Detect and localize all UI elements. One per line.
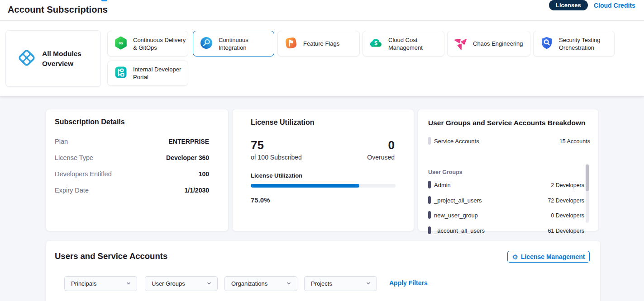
page-title: Account Subscriptions: [8, 5, 108, 15]
subscription-details-card: Subscription Details Plan ENTERPRISE Lic…: [46, 109, 229, 231]
row-label: _account_all_users: [434, 227, 485, 234]
license-management-button[interactable]: ⚙ License Management: [507, 251, 590, 263]
utilization-percent: 75.0%: [251, 196, 270, 204]
row-value: 0 Developers: [551, 212, 584, 219]
all-modules-icon: [17, 48, 37, 70]
ci-icon: [199, 36, 214, 52]
license-utilization-title: License Utilization: [251, 118, 314, 127]
row-value: 61 Developers: [548, 228, 584, 234]
row-value: ENTERPRISE: [169, 138, 209, 145]
module-card-chaos-engineering[interactable]: Chaos Engineering: [447, 31, 530, 56]
utilization-progress-bar: [251, 184, 396, 188]
apply-filters-link[interactable]: Apply Filters: [389, 279, 428, 287]
utilization-bar-label: License Utilization: [251, 172, 302, 179]
used-count: 75: [251, 139, 264, 151]
module-label: Security Testing Orchestration: [559, 36, 612, 52]
module-card-internal-developer-portal[interactable]: Internal Developer Portal: [107, 61, 188, 86]
subscription-row-license-type: License Type Developer 360: [55, 154, 209, 162]
breakdown-title: User Groups and Service Accounts Breakdo…: [428, 119, 585, 127]
user-group-row: Admin 2 Developers: [428, 181, 584, 189]
user-group-row: new_user_group 0 Developers: [428, 211, 584, 219]
breakdown-card: User Groups and Service Accounts Breakdo…: [418, 109, 599, 231]
used-caption: of 100 Subscribed: [251, 154, 302, 161]
chevron-down-icon: [366, 280, 371, 288]
cd-gitops-icon: ∞: [114, 36, 128, 52]
subscription-details-title: Subscription Details: [55, 118, 125, 126]
row-label: new_user_group: [434, 212, 478, 219]
row-label: Developers Entitled: [55, 170, 112, 178]
all-modules-overview-card[interactable]: All Modules Overview: [5, 30, 101, 87]
page-header: Account Subscriptions Licenses Cloud Cre…: [0, 0, 644, 21]
module-selector-band: All Modules Overview ∞ Continuous Delive…: [0, 21, 644, 96]
row-value: 100: [199, 170, 209, 178]
module-card-feature-flags[interactable]: Feature Flags: [277, 31, 360, 56]
module-label: Feature Flags: [303, 40, 357, 47]
license-utilization-card: License Utilization 75 of 100 Subscribed…: [232, 109, 414, 231]
overused-count: 0: [388, 139, 395, 151]
row-label: Admin: [434, 182, 451, 188]
utilization-progress-fill: [251, 184, 359, 188]
account-subscriptions-page: Account Subscriptions Licenses Cloud Cre…: [0, 0, 644, 301]
subscription-row-plan: Plan ENTERPRISE: [55, 138, 209, 146]
row-label: License Type: [55, 154, 93, 161]
module-card-security-testing[interactable]: Security Testing Orchestration: [533, 31, 615, 56]
security-testing-icon: [539, 36, 554, 52]
service-accounts-marker: [428, 137, 431, 145]
svg-text:∞: ∞: [119, 39, 123, 46]
clipped-nav-indicator: [101, 0, 107, 1]
principals-dropdown[interactable]: Principals: [64, 276, 137, 291]
users-section-title: Users and Service Accounts: [55, 251, 167, 261]
license-management-label: License Management: [521, 253, 585, 260]
main-content: Subscription Details Plan ENTERPRISE Lic…: [0, 96, 644, 301]
row-value: 72 Developers: [548, 198, 584, 204]
module-label: Continuous Integration: [219, 36, 272, 52]
subscription-row-expiry-date: Expiry Date 1/1/2030: [55, 187, 209, 195]
projects-dropdown[interactable]: Projects: [304, 276, 377, 291]
user-groups-dropdown[interactable]: User Groups: [145, 276, 218, 291]
chaos-engineering-icon: [453, 36, 468, 52]
row-label: _project_all_users: [434, 197, 482, 204]
module-card-cloud-cost[interactable]: $ Cloud Cost Management: [363, 31, 444, 56]
row-value: 15 Accounts: [559, 138, 590, 145]
module-card-continuous-delivery[interactable]: ∞ Continuous Delivery & GitOps: [107, 31, 188, 56]
dropdown-label: Organizations: [231, 280, 286, 287]
module-label: Continuous Delivery & GitOps: [133, 36, 186, 52]
all-modules-overview-label: All Modules Overview: [42, 49, 87, 69]
internal-developer-portal-icon: [114, 65, 128, 81]
row-label: Service Accounts: [434, 138, 479, 145]
row-value: 1/1/2030: [185, 187, 210, 194]
user-group-row: _account_all_users 61 Developers: [428, 226, 584, 235]
user-group-marker: [428, 196, 431, 204]
chevron-down-icon: [126, 280, 131, 288]
user-group-marker: [428, 226, 431, 234]
user-group-row: _project_all_users 72 Developers: [428, 196, 584, 204]
dropdown-label: Principals: [71, 280, 126, 287]
module-label: Cloud Cost Management: [388, 36, 442, 52]
users-and-service-accounts-card: Users and Service Accounts ⚙ License Man…: [46, 240, 601, 301]
dropdown-label: Projects: [311, 280, 366, 287]
cloud-credits-link[interactable]: Cloud Credits: [594, 2, 635, 9]
subscription-row-developers-entitled: Developers Entitled 100: [55, 170, 209, 179]
scrollbar-thumb[interactable]: [586, 165, 589, 191]
row-label: Expiry Date: [55, 187, 89, 194]
module-card-continuous-integration[interactable]: Continuous Integration: [193, 31, 274, 56]
chevron-down-icon: [286, 280, 291, 288]
overused-caption: Overused: [367, 154, 395, 161]
organizations-dropdown[interactable]: Organizations: [224, 276, 297, 291]
module-label: Chaos Engineering: [473, 40, 526, 47]
user-group-marker: [428, 211, 431, 219]
feature-flags-icon: [284, 36, 298, 52]
licenses-tab-button[interactable]: Licenses: [549, 0, 588, 10]
gear-icon: ⚙: [512, 254, 518, 260]
user-group-marker: [428, 181, 431, 188]
chevron-down-icon: [206, 280, 212, 288]
svg-text:$: $: [374, 40, 377, 46]
service-accounts-row: Service Accounts 15 Accounts: [428, 137, 591, 145]
row-value: Developer 360: [166, 154, 209, 161]
cloud-cost-icon: $: [369, 36, 383, 52]
dropdown-label: User Groups: [152, 280, 206, 287]
user-groups-scrollbar[interactable]: [586, 164, 589, 223]
row-label: Plan: [55, 138, 68, 145]
user-groups-heading: User Groups: [428, 169, 463, 175]
row-value: 2 Developers: [551, 182, 584, 188]
